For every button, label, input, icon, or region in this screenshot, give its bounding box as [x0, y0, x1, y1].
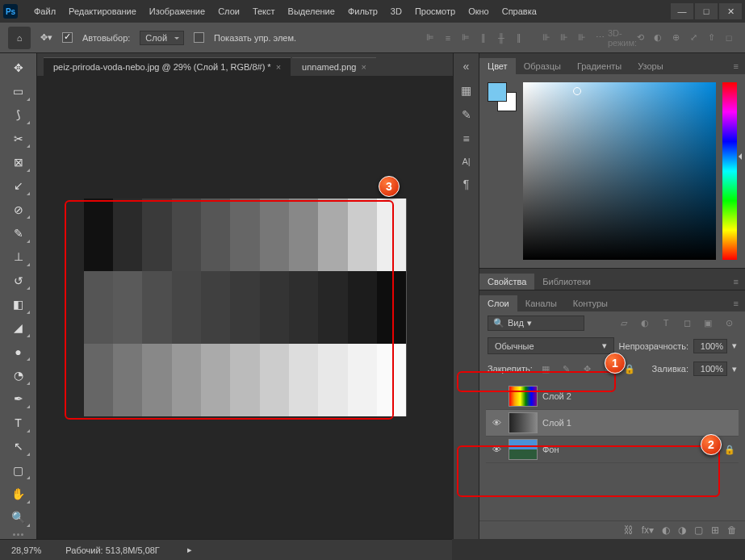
- eyedropper-tool[interactable]: ↙: [6, 175, 31, 197]
- mode3d-icon[interactable]: ◐: [650, 30, 666, 46]
- layer-name[interactable]: Фон: [542, 445, 559, 454]
- history-brush-tool[interactable]: ↺: [6, 270, 31, 291]
- menu-file[interactable]: Файл: [27, 3, 62, 19]
- filter-adjust-icon[interactable]: ◐: [637, 315, 653, 331]
- dodge-tool[interactable]: ◔: [6, 364, 31, 386]
- layer-thumbnail[interactable]: [509, 386, 538, 407]
- blur-tool[interactable]: ●: [6, 341, 31, 362]
- document-tab[interactable]: peiz-priroda-voda-nebo.jpg @ 29% (Слой 1…: [44, 57, 291, 76]
- delete-layer-icon[interactable]: 🗑: [727, 524, 737, 536]
- menu-help[interactable]: Справка: [496, 3, 543, 19]
- tab-color[interactable]: Цвет: [479, 58, 516, 74]
- share-icon[interactable]: ⇧: [703, 30, 719, 46]
- visibility-icon[interactable]: 👁: [489, 445, 504, 454]
- maximize-button[interactable]: □: [695, 3, 718, 19]
- expand-icon[interactable]: «: [463, 60, 470, 73]
- paragraph-icon[interactable]: ¶: [463, 178, 470, 190]
- stamp-tool[interactable]: ⊥: [6, 246, 31, 268]
- path-tool[interactable]: ↖: [6, 436, 31, 458]
- mode3d-icon[interactable]: ⟲: [632, 30, 648, 46]
- close-tab-icon[interactable]: ×: [276, 62, 281, 72]
- heal-tool[interactable]: ⊘: [6, 199, 31, 220]
- canvas[interactable]: [84, 199, 407, 416]
- shape-tool[interactable]: ▢: [6, 459, 31, 481]
- new-layer-icon[interactable]: ⊞: [711, 524, 719, 536]
- document-tab[interactable]: unnamed.png×: [292, 57, 376, 76]
- distribute-icon[interactable]: ⊪: [556, 30, 572, 46]
- autoselect-checkbox[interactable]: [62, 32, 73, 43]
- filter-toggle[interactable]: ⊙: [721, 315, 737, 331]
- visibility-icon[interactable]: 👁: [489, 418, 504, 428]
- filter-shape-icon[interactable]: ◻: [679, 315, 695, 331]
- menu-select[interactable]: Выделение: [282, 3, 341, 19]
- layer-mask-icon[interactable]: ◐: [662, 524, 670, 536]
- group-icon[interactable]: ▢: [694, 524, 703, 536]
- autoselect-dropdown[interactable]: Слой: [140, 31, 184, 45]
- zoom-tool[interactable]: 🔍: [6, 507, 31, 529]
- adjustment-layer-icon[interactable]: ◑: [678, 524, 686, 536]
- tab-channels[interactable]: Каналы: [517, 295, 565, 311]
- lasso-tool[interactable]: ⟆: [6, 104, 31, 126]
- align-icon[interactable]: ‖: [511, 30, 527, 46]
- menu-layers[interactable]: Слои: [211, 3, 246, 19]
- menu-text[interactable]: Текст: [246, 3, 282, 19]
- opacity-input[interactable]: 100%: [693, 339, 727, 353]
- mode3d-icon[interactable]: ⊕: [668, 30, 684, 46]
- tab-swatches[interactable]: Образцы: [516, 58, 569, 74]
- gradient-tool[interactable]: ◢: [6, 317, 31, 339]
- close-button[interactable]: ✕: [719, 3, 742, 19]
- more-icon[interactable]: ⋯: [592, 30, 608, 46]
- panel-menu-icon[interactable]: ≡: [727, 274, 745, 290]
- layer-name[interactable]: Слой 1: [542, 418, 571, 428]
- pen-tool[interactable]: ✒: [6, 388, 31, 410]
- distribute-icon[interactable]: ⊪: [538, 30, 555, 46]
- showctrl-checkbox[interactable]: [194, 32, 204, 43]
- align-icon[interactable]: ⊫: [422, 30, 438, 46]
- menu-3d[interactable]: 3D: [384, 3, 408, 19]
- canvas-area[interactable]: [37, 76, 453, 539]
- layer-thumbnail[interactable]: [509, 439, 538, 460]
- crop-tool[interactable]: ✂: [6, 127, 31, 149]
- search-icon[interactable]: □: [721, 30, 737, 46]
- tab-patterns[interactable]: Узоры: [630, 58, 671, 74]
- tab-layers[interactable]: Слои: [479, 295, 517, 311]
- hand-tool[interactable]: ✋: [6, 483, 31, 504]
- marquee-tool[interactable]: ▭: [6, 80, 31, 102]
- layer-filter-dropdown[interactable]: 🔍 Вид ▾: [488, 316, 584, 331]
- layer-item[interactable]: Слой 2: [486, 383, 739, 410]
- lock-transparent-icon[interactable]: ▦: [538, 361, 554, 377]
- character-icon[interactable]: A|: [462, 157, 470, 166]
- adjustments-icon[interactable]: ≡: [462, 132, 469, 145]
- fill-input[interactable]: 100%: [693, 361, 727, 376]
- tab-properties[interactable]: Свойства: [479, 274, 534, 290]
- align-icon[interactable]: ╫: [493, 30, 509, 46]
- home-button[interactable]: ⌂: [8, 27, 31, 49]
- align-icon[interactable]: ≡: [440, 30, 456, 46]
- brushes-icon[interactable]: ✎: [462, 108, 471, 121]
- filter-pixel-icon[interactable]: ▱: [616, 315, 632, 331]
- lock-icon[interactable]: 🔒: [724, 445, 735, 455]
- lock-pixels-icon[interactable]: ✎: [559, 361, 575, 377]
- menu-view[interactable]: Просмотр: [408, 3, 462, 19]
- mode3d-icon[interactable]: ⤢: [685, 30, 701, 46]
- zoom-level[interactable]: 28,97%: [11, 545, 41, 555]
- layer-item[interactable]: 👁 Слой 1: [486, 410, 739, 437]
- layer-name[interactable]: Слой 2: [542, 391, 571, 401]
- menu-image[interactable]: Изображение: [143, 3, 211, 19]
- type-tool[interactable]: T: [6, 412, 31, 433]
- distribute-icon[interactable]: ⊪: [574, 30, 590, 46]
- menu-edit[interactable]: Редактирование: [62, 3, 143, 19]
- brush-tool[interactable]: ✎: [6, 222, 31, 244]
- frame-tool[interactable]: ⊠: [6, 151, 31, 173]
- close-tab-icon[interactable]: ×: [361, 62, 366, 72]
- panel-menu-icon[interactable]: ≡: [727, 58, 745, 74]
- move-tool[interactable]: ✥: [6, 56, 31, 78]
- eraser-tool[interactable]: ◧: [6, 293, 31, 315]
- menu-window[interactable]: Окно: [462, 3, 496, 19]
- link-layers-icon[interactable]: ⛓: [624, 524, 634, 536]
- lock-position-icon[interactable]: ✥: [580, 361, 596, 377]
- doc-info[interactable]: Рабочий: 513,8M/5,08Г: [65, 545, 160, 555]
- color-picker[interactable]: [523, 82, 716, 260]
- tab-libraries[interactable]: Библиотеки: [534, 274, 599, 290]
- blend-mode-dropdown[interactable]: Обычные▾: [488, 337, 614, 354]
